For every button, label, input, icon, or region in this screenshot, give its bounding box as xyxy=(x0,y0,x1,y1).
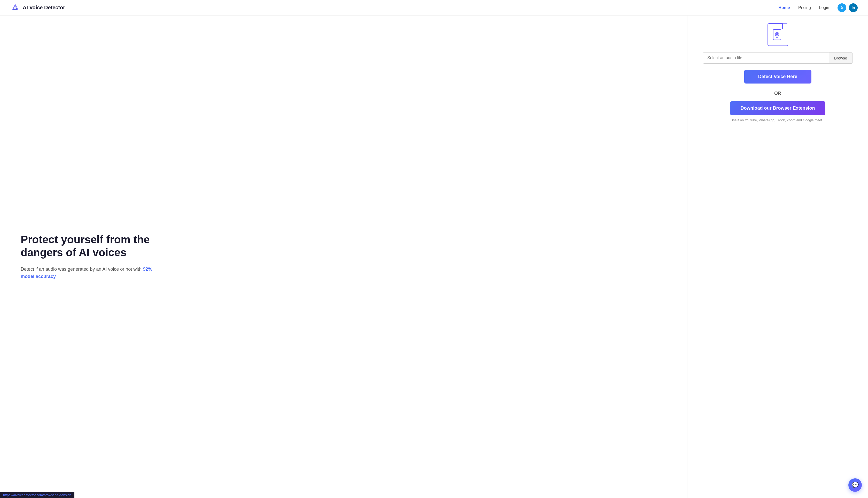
logo: AI Voice Detector xyxy=(10,3,65,13)
mic-file-icon xyxy=(773,29,783,40)
logo-text: AI Voice Detector xyxy=(23,5,65,11)
hero-section: Protect yourself from the dangers of AI … xyxy=(0,15,687,498)
hero-title: Protect yourself from the dangers of AI … xyxy=(21,233,176,259)
social-links: 𝕏 in xyxy=(838,3,858,12)
svg-point-2 xyxy=(14,6,16,9)
extension-subtitle: Use it on Youtube, WhatsApp, Tiktok, Zoo… xyxy=(731,118,825,122)
nav-links: Home Pricing Login 𝕏 in xyxy=(778,3,858,12)
nav-pricing[interactable]: Pricing xyxy=(798,5,811,10)
navbar: AI Voice Detector Home Pricing Login 𝕏 i… xyxy=(0,0,868,15)
detect-button[interactable]: Detect Voice Here xyxy=(744,70,811,83)
nav-login[interactable]: Login xyxy=(819,5,829,10)
status-bar: https://aivoicedetector.com/browser-exte… xyxy=(0,492,74,498)
browse-button[interactable]: Browse xyxy=(829,52,852,63)
or-divider: OR xyxy=(774,91,781,96)
logo-icon xyxy=(10,3,20,13)
audio-icon-box xyxy=(768,23,788,46)
chat-button[interactable]: 💬 xyxy=(849,479,862,492)
status-url: https://aivoicedetector.com/browser-exte… xyxy=(3,493,71,497)
subtitle-prefix: Detect if an audio was generated by an A… xyxy=(21,266,143,272)
audio-icon-container xyxy=(768,23,788,46)
svg-rect-5 xyxy=(776,33,778,35)
main-container: Protect yourself from the dangers of AI … xyxy=(0,15,868,498)
hero-subtitle: Detect if an audio was generated by an A… xyxy=(21,265,160,280)
upload-panel: Browse Detect Voice Here OR Download our… xyxy=(687,15,868,498)
linkedin-button[interactable]: in xyxy=(849,3,858,12)
chat-icon: 💬 xyxy=(852,482,859,488)
nav-home[interactable]: Home xyxy=(778,5,790,10)
twitter-button[interactable]: 𝕏 xyxy=(838,3,846,12)
file-input-row: Browse xyxy=(703,52,853,64)
extension-button[interactable]: Download our Browser Extension xyxy=(730,101,825,115)
file-input[interactable] xyxy=(703,52,829,63)
